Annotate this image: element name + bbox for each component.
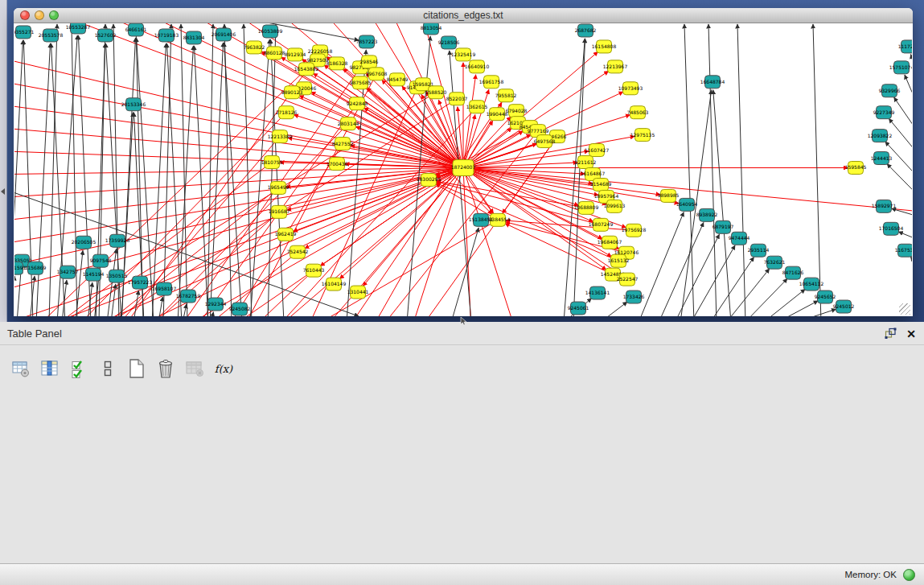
graph-node-label: 19684067 — [598, 239, 622, 245]
graph-edge — [898, 232, 912, 242]
graph-node-label: 8454749 — [387, 76, 409, 82]
graph-node-label: 7610443 — [303, 267, 325, 273]
graph-node-label: 18724007 — [451, 165, 476, 171]
graph-edge — [710, 257, 754, 316]
graph-edge — [691, 245, 735, 316]
graph-node-label: 1342757 — [57, 269, 79, 274]
window-titlebar[interactable]: citations_edges.txt — [14, 8, 913, 23]
graph-node-label: 16961758 — [479, 79, 504, 84]
graph-node-label: 17016504 — [879, 225, 904, 231]
select-rows-icon[interactable] — [68, 357, 90, 380]
graph-node-label: 2718126 — [276, 109, 298, 115]
graph-edge — [363, 168, 463, 286]
graph-node-label: 12975135 — [630, 132, 655, 138]
graph-node-label: 9875685 — [350, 80, 372, 85]
graph-node-label: 16648784 — [700, 79, 725, 84]
graph-node-label: 1588520 — [425, 89, 447, 95]
show-columns-icon[interactable] — [39, 357, 61, 380]
graph-node-label: 12213389 — [268, 134, 293, 139]
graph-node-label: 8860128 — [264, 50, 285, 56]
graph-edge — [152, 43, 166, 316]
graph-node-label: 16782759 — [176, 293, 201, 299]
graph-edge — [224, 43, 242, 316]
graph-edge — [763, 289, 805, 316]
table-panel-title: Table Panel — [7, 328, 62, 340]
graph-node-label: 1145194 — [83, 271, 105, 277]
graph-node-label: 9227349 — [873, 109, 895, 115]
collapsed-panel-strip — [0, 0, 7, 322]
graph-edge — [183, 304, 187, 316]
graph-node-label: 10654112 — [799, 281, 824, 286]
memory-ok-indicator-icon[interactable] — [903, 569, 915, 581]
graph-node-label: 1310441 — [347, 289, 369, 295]
graph-node-label: 19756928 — [622, 227, 647, 233]
graph-node-label: 9355271 — [14, 29, 35, 35]
graph-node-label: 298546 — [360, 59, 379, 64]
graph-node-label: 1595845 — [845, 165, 867, 171]
graph-node-label: 8427552 — [332, 141, 354, 146]
graph-node-label: 6794028 — [506, 108, 528, 113]
graph-node-label: 12325419 — [451, 51, 476, 57]
table-panel: Table Panel ✕ — [0, 322, 924, 563]
graph-node-label: 1117205 — [898, 43, 912, 49]
graph-edge — [137, 38, 154, 316]
graph-node-label: 9898985 — [658, 192, 680, 198]
graph-node-label: 20691406 — [211, 31, 236, 37]
panel-collapse-handle-icon[interactable] — [1, 188, 5, 195]
graph-node-label: 2967608 — [366, 71, 388, 76]
graph-node-label: 17957223 — [128, 279, 153, 285]
graph-node-label: 1362615 — [466, 104, 488, 109]
function-builder-icon[interactable]: f(x) — [212, 357, 235, 380]
graph-node-label: 16104149 — [322, 281, 347, 286]
graph-node-label: 16543882 — [294, 66, 319, 72]
graph-node-label: 9777169 — [528, 128, 549, 134]
graph-edge — [887, 164, 912, 203]
graph-node-label: 1292344 — [205, 301, 227, 307]
graph-edge — [885, 142, 912, 184]
graph-node-label: 15751074 — [889, 64, 912, 70]
graph-node-label: 9245652 — [815, 294, 836, 299]
graph-node-label: 14136141 — [585, 290, 610, 295]
graph-node-label: 9474444 — [729, 235, 750, 241]
graph-node-label: 8813054 — [421, 25, 442, 31]
graph-node-label: 6466161 — [125, 27, 147, 32]
graph-node-label: 1990448 — [487, 111, 508, 117]
graph-node-label: 16958107 — [152, 286, 177, 291]
graph-node-label: 8831304 — [183, 35, 205, 40]
graph-node-label: 9245012 — [833, 303, 855, 309]
window-resize-grip[interactable] — [899, 303, 910, 315]
graph-edge — [795, 309, 836, 316]
graph-edge — [910, 257, 912, 274]
graph-node-label: 6879197 — [713, 224, 734, 229]
graph-node-label: 1211612 — [575, 159, 597, 165]
close-panel-icon[interactable]: ✕ — [906, 328, 916, 340]
graph-node-label: 8186328 — [326, 60, 348, 66]
graph-node-label: 7632621 — [764, 259, 786, 265]
graph-node-label: 9218506 — [438, 39, 460, 45]
graph-node-label: 1810755 — [261, 159, 283, 165]
graph-node-label: 10719183 — [154, 32, 179, 38]
graph-node-label: 1156869 — [25, 265, 47, 270]
row-height-icon[interactable] — [97, 357, 119, 380]
graph-node-label: 17359928 — [105, 237, 130, 243]
graph-node-label: 9827509 — [307, 57, 329, 63]
float-panel-icon[interactable] — [885, 328, 897, 340]
delete-trash-icon[interactable] — [154, 357, 177, 380]
graph-node-label: 20553578 — [39, 32, 64, 38]
graph-edge — [684, 24, 694, 316]
graph-edge — [178, 46, 193, 316]
graph-node-label: 1099613 — [604, 203, 626, 208]
graph-node-label: 15892971 — [872, 203, 897, 208]
delete-table-disabled-icon — [183, 357, 206, 380]
graph-node-label: 16154808 — [592, 43, 617, 49]
network-canvas[interactable]: 7963822886012889129342222605898275091654… — [14, 23, 912, 316]
graph-edge — [121, 113, 133, 316]
network-view-desktop: citations_edges.txt 79638228860128891293… — [0, 0, 924, 322]
graph-node-label: 10973493 — [618, 85, 643, 91]
graph-edge — [36, 43, 50, 316]
new-file-icon[interactable] — [125, 357, 148, 380]
table-settings-icon[interactable] — [10, 357, 32, 380]
graph-edge — [745, 278, 787, 316]
graph-node-label: 7963822 — [244, 44, 265, 50]
graph-node-label: 9890123 — [281, 89, 303, 95]
